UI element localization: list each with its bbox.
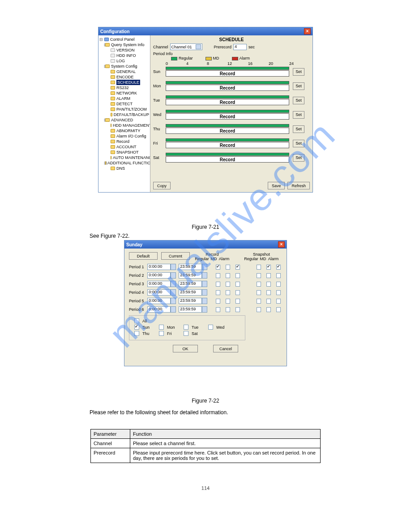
set-button[interactable]: Set bbox=[293, 68, 304, 76]
tree-item[interactable]: SCHEDULE bbox=[116, 80, 140, 85]
set-button[interactable]: Set bbox=[293, 111, 304, 119]
checkbox[interactable] bbox=[226, 282, 230, 287]
set-button[interactable]: Set bbox=[293, 125, 304, 133]
day-checkbox[interactable] bbox=[159, 325, 164, 330]
cancel-button[interactable]: Cancel bbox=[213, 345, 238, 352]
start-time-input[interactable]: 0:00:00 bbox=[147, 272, 176, 279]
checkbox[interactable] bbox=[226, 299, 230, 304]
day-checkbox[interactable] bbox=[184, 331, 188, 336]
checkbox[interactable] bbox=[257, 299, 261, 304]
checkbox[interactable] bbox=[216, 290, 220, 295]
checkbox[interactable] bbox=[235, 290, 240, 295]
checkbox[interactable] bbox=[226, 307, 230, 312]
tree-nav[interactable]: ⊟Control Panel⊟Query System InfoVERSIONH… bbox=[98, 35, 150, 192]
checkbox[interactable] bbox=[257, 290, 261, 295]
checkbox[interactable] bbox=[226, 265, 230, 270]
tree-item[interactable]: DEFAULT/BACKUP bbox=[114, 112, 149, 117]
tree-item[interactable]: VERSION bbox=[116, 47, 135, 53]
checkbox[interactable] bbox=[276, 273, 281, 278]
checkbox[interactable] bbox=[266, 282, 271, 287]
tree-item[interactable]: GENERAL bbox=[116, 69, 136, 74]
tree-item[interactable]: NETWORK bbox=[116, 90, 137, 96]
checkbox[interactable] bbox=[216, 273, 220, 278]
checkbox[interactable] bbox=[257, 307, 261, 312]
checkbox[interactable] bbox=[235, 299, 240, 304]
end-time-input[interactable]: 23:59:59 bbox=[179, 264, 207, 270]
checkbox[interactable] bbox=[276, 265, 281, 270]
tree-item[interactable]: Alarm I/O Config bbox=[116, 133, 146, 139]
tree-item[interactable]: Record bbox=[116, 139, 129, 144]
tree-item[interactable]: ACCOUNT bbox=[116, 144, 137, 150]
tree-item[interactable]: HDD MANAGEMENT bbox=[113, 123, 150, 128]
all-checkbox[interactable] bbox=[134, 318, 139, 323]
set-button[interactable]: Set bbox=[293, 97, 304, 104]
close-icon[interactable]: × bbox=[304, 28, 311, 34]
checkbox[interactable] bbox=[266, 307, 271, 312]
tree-item[interactable]: ENCODE bbox=[116, 74, 134, 80]
close-icon[interactable]: × bbox=[278, 241, 285, 248]
checkbox[interactable] bbox=[257, 273, 261, 278]
tree-group[interactable]: ADDITIONAL FUNCTION bbox=[107, 160, 150, 166]
start-time-input[interactable]: 0:00:00 bbox=[147, 298, 176, 304]
day-checkbox[interactable] bbox=[159, 331, 164, 336]
tree-item[interactable]: RS232 bbox=[116, 85, 129, 90]
tree-group[interactable]: System Config bbox=[111, 64, 137, 69]
checkbox[interactable] bbox=[226, 273, 230, 278]
checkbox[interactable] bbox=[216, 282, 220, 287]
day-checkbox[interactable] bbox=[208, 325, 213, 330]
checkbox[interactable] bbox=[235, 265, 240, 270]
default-button[interactable]: Default bbox=[129, 252, 158, 260]
start-time-input[interactable]: 0:00:00 bbox=[147, 306, 176, 313]
refresh-button[interactable]: Refresh bbox=[287, 182, 310, 189]
checkbox[interactable] bbox=[226, 290, 230, 295]
start-time-input[interactable]: 0:00:00 bbox=[147, 289, 176, 296]
save-button[interactable]: Save bbox=[268, 182, 285, 189]
day-checkbox[interactable] bbox=[184, 325, 188, 330]
end-time-input[interactable]: 23:59:59 bbox=[179, 289, 207, 296]
checkbox[interactable] bbox=[276, 282, 281, 287]
channel-select[interactable]: Channel 01 bbox=[170, 43, 202, 50]
checkbox[interactable] bbox=[266, 299, 271, 304]
tree-item[interactable]: AUTO MAINTENANCE bbox=[113, 155, 150, 160]
checkbox[interactable] bbox=[235, 282, 240, 287]
checkbox[interactable] bbox=[216, 265, 220, 270]
checkbox[interactable] bbox=[257, 265, 261, 270]
day-checkbox[interactable] bbox=[134, 325, 139, 330]
checkbox[interactable] bbox=[257, 282, 261, 287]
checkbox[interactable] bbox=[235, 273, 240, 278]
tree-item[interactable]: LOG bbox=[116, 58, 125, 64]
tree-item[interactable]: ALARM bbox=[116, 96, 130, 101]
ok-button[interactable]: OK bbox=[173, 345, 198, 352]
tree-item[interactable]: ABNORMITY bbox=[116, 128, 141, 133]
tree-item[interactable]: DNS bbox=[116, 166, 125, 171]
copy-button[interactable]: Copy bbox=[153, 182, 171, 189]
tree-item[interactable]: PAN/TILT/ZOOM bbox=[116, 107, 147, 112]
start-time-input[interactable]: 0:00:00 bbox=[147, 281, 176, 287]
day-checkbox[interactable] bbox=[134, 331, 139, 336]
checkbox[interactable] bbox=[276, 299, 281, 304]
checkbox[interactable] bbox=[216, 307, 220, 312]
tree-root[interactable]: Control Panel bbox=[110, 37, 135, 42]
checkbox[interactable] bbox=[266, 290, 271, 295]
tree-group[interactable]: Query System Info bbox=[111, 42, 145, 47]
start-time-input[interactable]: 0:00:00 bbox=[147, 264, 176, 270]
checkbox[interactable] bbox=[216, 299, 220, 304]
tree-group[interactable]: ADVANCED bbox=[111, 117, 133, 123]
tree-item[interactable]: SNAPSHOT bbox=[116, 150, 139, 155]
end-time-input[interactable]: 23:59:59 bbox=[179, 281, 207, 287]
set-button[interactable]: Set bbox=[293, 154, 304, 162]
set-button[interactable]: Set bbox=[293, 140, 304, 147]
set-button[interactable]: Set bbox=[293, 82, 304, 90]
end-time-input[interactable]: 23:59:59 bbox=[179, 298, 207, 304]
checkbox[interactable] bbox=[276, 290, 281, 295]
checkbox[interactable] bbox=[235, 307, 240, 312]
tree-item[interactable]: DETECT bbox=[116, 101, 133, 107]
checkbox[interactable] bbox=[266, 265, 271, 270]
end-time-input[interactable]: 23:59:59 bbox=[179, 306, 207, 313]
end-time-input[interactable]: 23:59:59 bbox=[179, 272, 207, 279]
prerecord-input[interactable]: 4 bbox=[233, 44, 247, 50]
current-button[interactable]: Current bbox=[161, 252, 190, 260]
checkbox[interactable] bbox=[276, 307, 281, 312]
checkbox[interactable] bbox=[266, 273, 271, 278]
tree-item[interactable]: HDD INFO bbox=[116, 53, 136, 58]
